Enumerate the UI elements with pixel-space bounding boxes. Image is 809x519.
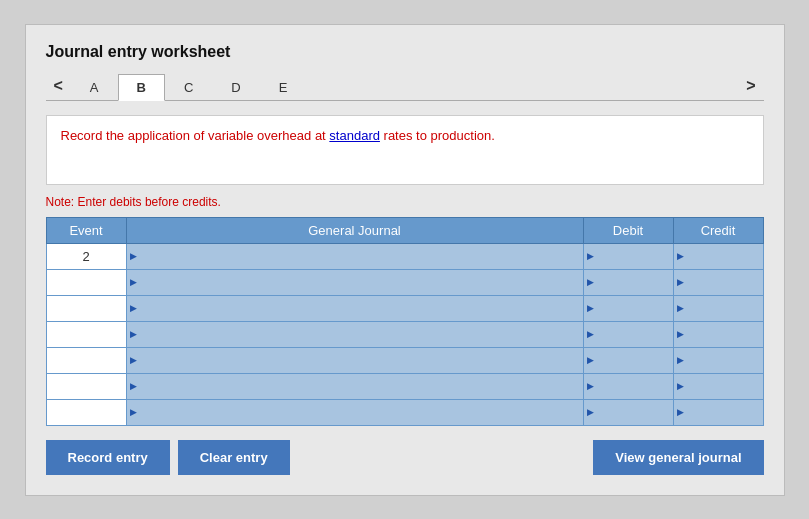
event-cell-1: 2 <box>46 243 126 269</box>
credit-input-2[interactable] <box>678 270 759 295</box>
credit-cell-4[interactable] <box>673 321 763 347</box>
journal-input-4[interactable] <box>131 322 579 347</box>
instruction-prefix: Record the application of variable overh… <box>61 128 330 143</box>
credit-input-6[interactable] <box>678 374 759 399</box>
table-row <box>46 321 763 347</box>
instruction-box: Record the application of variable overh… <box>46 115 764 185</box>
tab-bar: < A B C D E > <box>46 73 764 101</box>
instruction-highlight: standard <box>329 128 380 143</box>
tab-c[interactable]: C <box>165 74 212 101</box>
journal-cell-6[interactable] <box>126 373 583 399</box>
credit-input-4[interactable] <box>678 322 759 347</box>
main-container: Journal entry worksheet < A B C D E > Re… <box>25 24 785 496</box>
event-cell-4 <box>46 321 126 347</box>
tab-d[interactable]: D <box>212 74 259 101</box>
note-text: Note: Enter debits before credits. <box>46 195 764 209</box>
tab-e[interactable]: E <box>260 74 307 101</box>
credit-cell-7[interactable] <box>673 399 763 425</box>
credit-input-3[interactable] <box>678 296 759 321</box>
journal-input-1[interactable] <box>131 244 579 269</box>
debit-input-1[interactable] <box>588 244 669 269</box>
credit-cell-2[interactable] <box>673 269 763 295</box>
tab-b[interactable]: B <box>118 74 165 101</box>
table-row <box>46 269 763 295</box>
clear-entry-button[interactable]: Clear entry <box>178 440 290 475</box>
table-row <box>46 373 763 399</box>
button-row: Record entry Clear entry View general jo… <box>46 440 764 475</box>
journal-cell-3[interactable] <box>126 295 583 321</box>
debit-cell-3[interactable] <box>583 295 673 321</box>
debit-input-2[interactable] <box>588 270 669 295</box>
credit-cell-6[interactable] <box>673 373 763 399</box>
tab-a[interactable]: A <box>71 74 118 101</box>
page-title: Journal entry worksheet <box>46 43 764 61</box>
debit-cell-1[interactable] <box>583 243 673 269</box>
table-row <box>46 399 763 425</box>
table-row <box>46 295 763 321</box>
table-row: 2 <box>46 243 763 269</box>
record-entry-button[interactable]: Record entry <box>46 440 170 475</box>
debit-cell-2[interactable] <box>583 269 673 295</box>
journal-input-7[interactable] <box>131 400 579 425</box>
journal-cell-1[interactable] <box>126 243 583 269</box>
journal-cell-2[interactable] <box>126 269 583 295</box>
credit-input-7[interactable] <box>678 400 759 425</box>
event-cell-3 <box>46 295 126 321</box>
debit-cell-5[interactable] <box>583 347 673 373</box>
event-cell-7 <box>46 399 126 425</box>
debit-input-7[interactable] <box>588 400 669 425</box>
instruction-suffix: rates to production. <box>380 128 495 143</box>
journal-table: Event General Journal Debit Credit 2 <box>46 217 764 426</box>
event-cell-6 <box>46 373 126 399</box>
debit-input-5[interactable] <box>588 348 669 373</box>
col-header-credit: Credit <box>673 217 763 243</box>
tab-next-button[interactable]: > <box>738 73 763 99</box>
journal-input-6[interactable] <box>131 374 579 399</box>
journal-cell-7[interactable] <box>126 399 583 425</box>
credit-cell-3[interactable] <box>673 295 763 321</box>
debit-input-6[interactable] <box>588 374 669 399</box>
debit-cell-4[interactable] <box>583 321 673 347</box>
credit-input-1[interactable] <box>678 244 759 269</box>
debit-input-4[interactable] <box>588 322 669 347</box>
credit-cell-5[interactable] <box>673 347 763 373</box>
col-header-event: Event <box>46 217 126 243</box>
tab-prev-button[interactable]: < <box>46 73 71 99</box>
view-journal-button[interactable]: View general journal <box>593 440 763 475</box>
journal-cell-4[interactable] <box>126 321 583 347</box>
journal-input-5[interactable] <box>131 348 579 373</box>
debit-input-3[interactable] <box>588 296 669 321</box>
col-header-debit: Debit <box>583 217 673 243</box>
col-header-journal: General Journal <box>126 217 583 243</box>
journal-input-2[interactable] <box>131 270 579 295</box>
credit-input-5[interactable] <box>678 348 759 373</box>
event-cell-2 <box>46 269 126 295</box>
event-cell-5 <box>46 347 126 373</box>
table-row <box>46 347 763 373</box>
journal-input-3[interactable] <box>131 296 579 321</box>
journal-cell-5[interactable] <box>126 347 583 373</box>
debit-cell-6[interactable] <box>583 373 673 399</box>
debit-cell-7[interactable] <box>583 399 673 425</box>
credit-cell-1[interactable] <box>673 243 763 269</box>
